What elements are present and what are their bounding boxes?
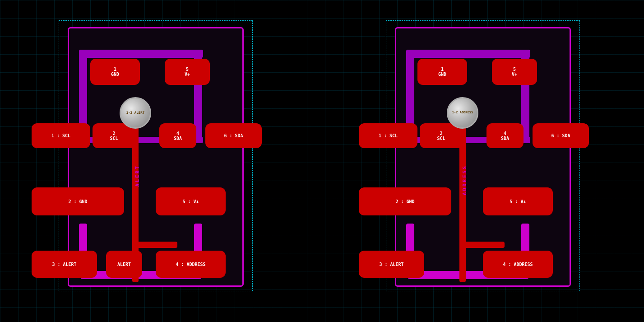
- right-pin-6sda: 6 : SDA: [533, 123, 589, 148]
- left-pin-5vplus-right: 5 : V+: [156, 187, 226, 215]
- right-vert-label: ADDRESS: [462, 165, 468, 195]
- right-component: 1-2 ADDRESS ADDRESS 1GND 5V+ 1 : SCL 2SC…: [393, 25, 573, 291]
- left-top-trace-h: [79, 50, 203, 58]
- right-red-trace-elbow: [459, 242, 505, 248]
- right-pin-1scl: 1 : SCL: [359, 123, 417, 148]
- left-alert-pad: ALERT: [106, 251, 142, 278]
- right-pin-4-sda: 4SDA: [486, 123, 524, 148]
- right-chip-label: 1-2 ADDRESS: [452, 111, 473, 115]
- right-pin-2gnd: 2 : GND: [359, 187, 451, 215]
- left-chip-label: 1-2 ALERT: [126, 111, 145, 115]
- right-pin-5vplus-right: 5 : V+: [483, 187, 553, 215]
- left-pin-1-gnd: 1GND: [90, 59, 140, 85]
- left-pin-4address: 4 : ADDRESS: [156, 251, 226, 278]
- left-ic-chip: 1-2 ALERT: [120, 97, 151, 129]
- left-component: 1-2 ALERT ALERT 1GND 5V+ 1 : SCL 2SCL 4S…: [65, 25, 246, 291]
- right-pin-4address: 4 : ADDRESS: [483, 251, 553, 278]
- right-pin-1-gnd: 1GND: [417, 59, 467, 85]
- left-pin-5-vplus: 5V+: [165, 59, 210, 85]
- left-pin-4-sda: 4SDA: [159, 123, 196, 148]
- left-red-trace-elbow: [132, 242, 177, 248]
- right-pin-5-vplus: 5V+: [492, 59, 537, 85]
- left-pin-6sda: 6 : SDA: [205, 123, 262, 148]
- left-pin-3alert: 3 : ALERT: [32, 251, 97, 278]
- left-pin-1scl: 1 : SCL: [32, 123, 90, 148]
- right-top-trace-h: [406, 50, 530, 58]
- right-pin-3alert: 3 : ALERT: [359, 251, 424, 278]
- left-pin-2gnd: 2 : GND: [32, 187, 124, 215]
- left-vert-label: ALERT: [134, 165, 140, 187]
- right-ic-chip: 1-2 ADDRESS: [447, 97, 478, 129]
